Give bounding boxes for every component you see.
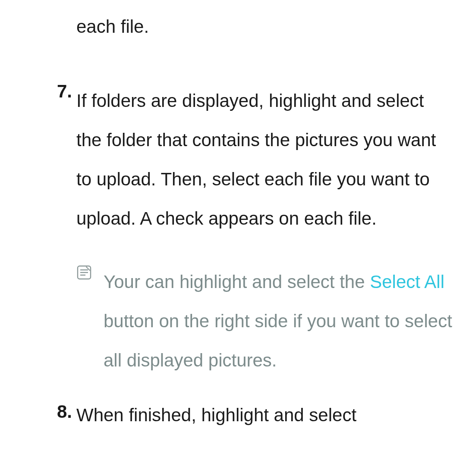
select-all-label: Select All: [370, 272, 444, 292]
step-8: 8. When finished, highlight and select: [56, 401, 453, 429]
note-text-before: Your can highlight and select the: [104, 272, 370, 292]
step-7-text: If folders are displayed, highlight and …: [76, 81, 453, 238]
step-7: 7. If folders are displayed, highlight a…: [56, 81, 453, 238]
step-8-text: When finished, highlight and select: [76, 401, 453, 429]
note-block: Your can highlight and select the Select…: [76, 262, 453, 380]
note-icon: [76, 262, 104, 380]
note-text: Your can highlight and select the Select…: [104, 262, 453, 380]
step-7-number: 7.: [56, 81, 76, 238]
step-8-number: 8.: [56, 401, 76, 429]
note-text-after: button on the right side if you want to …: [104, 311, 452, 370]
fragment-text-top: each file.: [76, 13, 453, 40]
document-content: each file. 7. If folders are displayed, …: [0, 0, 466, 429]
